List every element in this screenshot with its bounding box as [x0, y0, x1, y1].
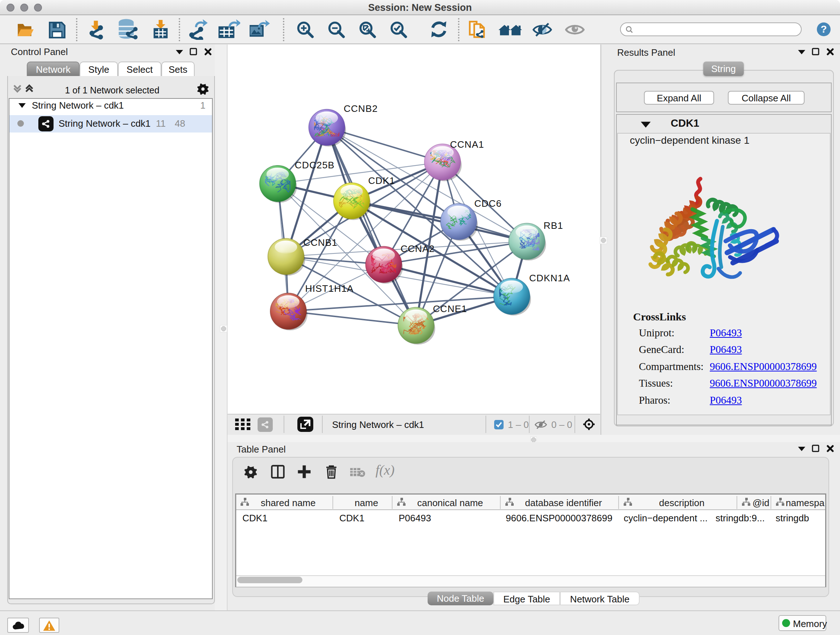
svg-text:CCNB1: CCNB1: [303, 237, 338, 248]
svg-text:CCNB2: CCNB2: [344, 103, 378, 114]
svg-text:CCNA1: CCNA1: [450, 139, 484, 150]
svg-text:CCNA2: CCNA2: [401, 243, 434, 254]
svg-text:CDK1: CDK1: [368, 175, 395, 186]
svg-text:CDC25B: CDC25B: [295, 160, 335, 171]
svg-text:HIST1H1A: HIST1H1A: [305, 283, 354, 294]
svg-text:CCNE1: CCNE1: [433, 303, 467, 314]
svg-text:RB1: RB1: [544, 220, 563, 231]
svg-text:CDC6: CDC6: [474, 198, 502, 209]
svg-text:CDKN1A: CDKN1A: [529, 272, 570, 283]
